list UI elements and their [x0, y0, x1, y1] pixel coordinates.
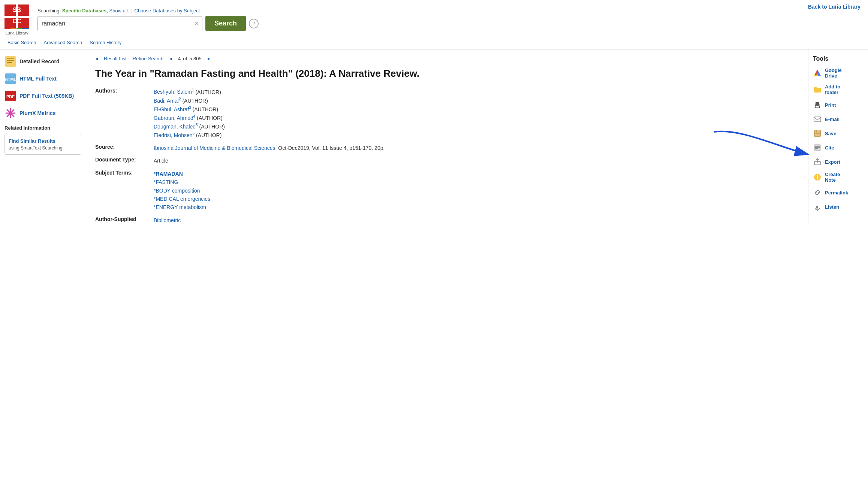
- prev-result-arrow[interactable]: ◂: [95, 55, 98, 61]
- subject-medical-link[interactable]: *MEDICAL emergencies: [154, 196, 210, 202]
- subject-terms-value: *RAMADAN *FASTING *BODY composition *MED…: [154, 170, 210, 212]
- source-journal-link[interactable]: Ibnosina Journal of Medicine & Biomedica…: [154, 145, 275, 151]
- sbcc-logo[interactable]: SB CC: [4, 4, 30, 30]
- advanced-search-link[interactable]: Advanced Search: [44, 40, 82, 45]
- export-icon: [813, 157, 822, 166]
- basic-search-link[interactable]: Basic Search: [7, 40, 36, 45]
- search-input-wrapper: ✕: [37, 16, 202, 31]
- author-6-link[interactable]: Eledrisi, Mohsen6: [154, 132, 195, 138]
- back-to-library-link[interactable]: Back to Luria Library: [808, 4, 861, 10]
- help-button[interactable]: ?: [249, 19, 259, 28]
- prev-record-arrow[interactable]: ◂: [169, 55, 172, 61]
- detailed-record-item[interactable]: Detailed Record: [4, 55, 81, 67]
- source-label: Source:: [95, 144, 148, 152]
- html-full-text-label: HTML Full Text: [19, 76, 57, 82]
- svg-rect-31: [815, 134, 820, 136]
- export-tool[interactable]: Export: [813, 157, 864, 166]
- print-tool[interactable]: Print: [813, 100, 864, 109]
- choose-by-subject-link[interactable]: Choose Databases by Subject: [135, 8, 200, 13]
- google-drive-tool[interactable]: GoogleDrive: [813, 67, 864, 79]
- find-similar-link[interactable]: Find Similar Results: [9, 138, 55, 144]
- pdf-full-text-label: PDF Full Text (509KB): [19, 93, 74, 99]
- add-to-folder-label: Add tofolder: [825, 84, 840, 95]
- author-2-link[interactable]: Badi, Amal2: [154, 98, 181, 104]
- subject-body-link[interactable]: *BODY composition: [154, 188, 200, 194]
- print-label: Print: [825, 102, 836, 108]
- html-full-text-item[interactable]: HTML HTML Full Text: [4, 73, 81, 85]
- svg-rect-34: [815, 147, 820, 148]
- listen-tool[interactable]: Listen: [813, 202, 864, 211]
- save-tool[interactable]: Save: [813, 129, 864, 138]
- plumx-metrics-item[interactable]: PlumX Metrics: [4, 107, 81, 119]
- svg-text:SB: SB: [13, 7, 21, 13]
- result-list-link[interactable]: Result List: [104, 56, 127, 61]
- print-icon: [813, 100, 822, 109]
- cite-label: Cite: [825, 145, 834, 151]
- svg-rect-24: [816, 102, 819, 105]
- subject-terms-label: Subject Terms:: [95, 170, 148, 212]
- specific-databases-label: Specific Databases: [62, 8, 107, 13]
- permalink-tool[interactable]: Permalink: [813, 188, 864, 197]
- search-button[interactable]: Search: [205, 16, 246, 31]
- svg-rect-9: [22, 28, 29, 29]
- listen-icon: [813, 202, 822, 211]
- refine-search-link[interactable]: Refine Search: [133, 56, 163, 61]
- svg-text:!: !: [817, 174, 819, 180]
- subject-energy-link[interactable]: *ENERGY metabolism: [154, 204, 206, 210]
- next-record-arrow[interactable]: ▸: [208, 55, 210, 61]
- save-icon: [813, 129, 822, 138]
- doc-type-label: Document Type:: [95, 157, 148, 165]
- google-drive-label: GoogleDrive: [825, 67, 842, 79]
- subject-fasting-link[interactable]: *FASTING: [154, 179, 178, 185]
- detailed-record-label: Detailed Record: [19, 58, 60, 64]
- find-similar-subtitle: using SmartText Searching.: [9, 145, 77, 151]
- author-4-link[interactable]: Gabroun, Ahmed4: [154, 115, 195, 121]
- source-value: Ibnosina Journal of Medicine & Biomedica…: [154, 144, 385, 152]
- create-note-label: CreateNote: [825, 172, 840, 183]
- listen-label: Listen: [825, 204, 839, 210]
- cite-icon: [813, 143, 822, 152]
- article-title: The Year in "Ramadan Fasting and Health"…: [95, 67, 799, 80]
- search-input[interactable]: [40, 16, 193, 31]
- svg-rect-6: [4, 28, 10, 29]
- svg-rect-27: [814, 117, 821, 122]
- author-3-link[interactable]: El-Ghul, Ashraf3: [154, 106, 191, 112]
- author-1-link[interactable]: Beshyah, Salem1: [154, 89, 194, 95]
- add-to-folder-icon: [813, 85, 822, 94]
- create-note-icon: !: [813, 173, 822, 182]
- author-5-link[interactable]: Dougman, Khaled5: [154, 124, 198, 130]
- cite-tool[interactable]: Cite: [813, 143, 864, 152]
- subject-terms-row: Subject Terms: *RAMADAN *FASTING *BODY c…: [95, 170, 799, 212]
- result-counter: 4 of 5,805: [178, 56, 202, 61]
- show-all-link[interactable]: Show all: [109, 8, 128, 13]
- create-note-tool[interactable]: ! CreateNote: [813, 172, 864, 183]
- search-history-link[interactable]: Search History: [90, 40, 121, 45]
- svg-rect-39: [816, 206, 818, 209]
- detailed-record-icon: [4, 55, 16, 67]
- google-drive-icon: [813, 69, 822, 78]
- plumx-label: PlumX Metrics: [19, 110, 55, 116]
- author-supplied-value: Bibliometric: [154, 216, 181, 224]
- bibliometric-link[interactable]: Bibliometric: [154, 217, 181, 223]
- find-similar-box[interactable]: Find Similar Results using SmartText Sea…: [4, 134, 81, 155]
- permalink-icon: [813, 188, 822, 197]
- subject-ramadan-link[interactable]: *RAMADAN: [154, 171, 183, 177]
- svg-rect-29: [815, 130, 820, 133]
- email-tool[interactable]: E-mail: [813, 115, 864, 124]
- svg-point-26: [819, 105, 820, 106]
- svg-text:CC: CC: [12, 18, 21, 24]
- add-to-folder-tool[interactable]: Add tofolder: [813, 84, 864, 95]
- doc-type-value: Article: [154, 157, 168, 165]
- html-full-text-icon: HTML: [4, 73, 16, 85]
- save-label: Save: [825, 131, 836, 136]
- pdf-full-text-item[interactable]: PDF PDF Full Text (509KB): [4, 90, 81, 102]
- authors-value: Beshyah, Salem1 (AUTHOR) Badi, Amal2 (AU…: [154, 88, 225, 139]
- clear-search-button[interactable]: ✕: [193, 19, 200, 28]
- svg-rect-10: [5, 56, 16, 67]
- authors-row: Authors: Beshyah, Salem1 (AUTHOR) Badi, …: [95, 88, 799, 139]
- svg-rect-12: [7, 60, 14, 61]
- plumx-icon: [4, 107, 16, 119]
- author-supplied-row: Author-Supplied Bibliometric: [95, 216, 799, 224]
- library-name-label: Luria Library: [5, 31, 28, 35]
- svg-rect-13: [7, 62, 12, 63]
